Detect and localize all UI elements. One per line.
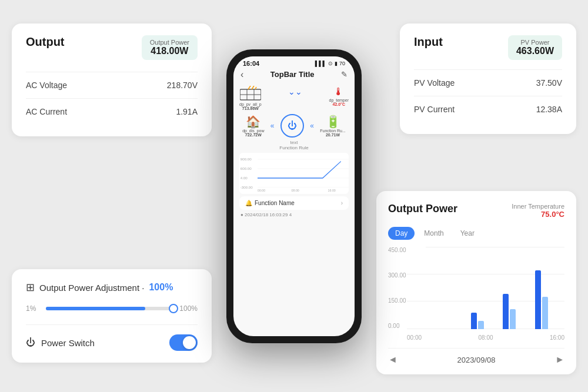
ac-current-value: 1.91A — [176, 107, 198, 116]
bar-light-4 — [510, 309, 516, 329]
ac-current-label: AC Current — [26, 107, 67, 116]
power-button[interactable]: ⏻ — [280, 114, 304, 138]
edit-button[interactable]: ✎ — [341, 70, 348, 79]
power-switch-toggle[interactable] — [169, 334, 198, 351]
power-switch-label: Power Switch — [41, 338, 95, 348]
home-widget: 🏠 dp_dis_pow 722.72W — [242, 115, 264, 137]
temp-info: Inner Temperature 75.0°C — [512, 203, 564, 219]
svg-text:-300.00: -300.00 — [240, 185, 253, 189]
svg-text:08:00: 08:00 — [292, 189, 299, 192]
chart-card: Output Power Inner Temperature 75.0°C Da… — [376, 191, 576, 374]
pv-current-value: 12.38A — [536, 105, 562, 114]
output-power-value: 418.00W — [150, 46, 189, 56]
solar-label: dp_pv_all_p — [239, 102, 262, 106]
solar-panel-widget: dp_pv_all_p 713.86W — [239, 86, 262, 110]
solar-value: 713.86W — [242, 106, 259, 110]
down-arrows: ⌄⌄ — [288, 87, 302, 96]
tab-day[interactable]: Day — [388, 227, 415, 240]
chart-title: Output Power — [388, 203, 457, 215]
x-label-3: 16:00 — [550, 334, 564, 341]
phone-screen: 16:04 ▌▌▌ ⊙ ▮ 70 ‹ TopBar Title ✎ — [233, 56, 355, 336]
chart-tabs: Day Month Year — [388, 227, 564, 240]
battery-widget: 🔋 Function Ru... 20.71W — [320, 115, 346, 137]
svg-text:4.00: 4.00 — [240, 175, 248, 179]
output-card: Output Output Power 418.00W AC Voltage 2… — [12, 24, 212, 136]
temp-label: Inner Temperature — [512, 203, 564, 210]
function-name-label: 🔔 Function Name — [245, 200, 295, 206]
slider-thumb[interactable] — [169, 304, 178, 313]
chart-area: 450.00 300.00 150.00 0.00 — [388, 247, 564, 341]
phone-chart: 900.00 600.00 4.00 -300.00 00:00 08:00 1… — [239, 153, 349, 194]
bar-dark-3 — [471, 313, 477, 329]
phone-chart-svg: 900.00 600.00 4.00 -300.00 00:00 08:00 1… — [239, 153, 349, 194]
chart-y-labels: 450.00 300.00 150.00 0.00 — [388, 247, 406, 329]
ac-voltage-label: AC Voltage — [26, 81, 67, 90]
ac-voltage-value: 218.70V — [167, 81, 198, 90]
bar-dark-4 — [503, 294, 509, 329]
chart-header: Output Power Inner Temperature 75.0°C — [388, 203, 564, 219]
power-adj-card: ⊞ Output Power Adjustment · 100% 1% 100%… — [12, 269, 212, 363]
phone-content: dp_pv_all_p 713.86W ⌄⌄ 🌡 dp_temper 42.0°… — [233, 83, 355, 336]
output-power-badge: Output Power 418.00W — [142, 35, 198, 60]
toggle-knob — [183, 336, 196, 349]
power-switch-row: ⏻ Power Switch — [26, 324, 198, 351]
tab-month[interactable]: Month — [417, 227, 450, 240]
svg-text:16:00: 16:00 — [328, 189, 336, 192]
x-label-2: 08:00 — [478, 334, 493, 341]
dis-pow-label: dp_dis_pow — [242, 129, 264, 133]
x-label-1: 00:00 — [407, 334, 422, 341]
input-card: Input PV Power 463.60W PV Voltage 37.50V… — [400, 24, 576, 134]
battery-status-icon: ▮ — [335, 61, 338, 66]
bar-light-3 — [478, 321, 484, 329]
adj-percent: 100% — [149, 282, 173, 293]
slider-min-label: 1% — [26, 304, 40, 313]
temp-widget-value: 42.0°C — [333, 102, 345, 106]
pv-current-label: PV Current — [414, 105, 455, 114]
power-switch-left: ⏻ Power Switch — [26, 337, 95, 348]
output-card-header: Output Output Power 418.00W — [26, 35, 198, 60]
pv-power-badge: PV Power 463.60W — [508, 35, 562, 60]
svg-text:600.00: 600.00 — [240, 166, 252, 170]
temp-value: 75.0°C — [512, 210, 564, 219]
bar-group-4 — [503, 294, 532, 329]
func-rule-label: Function Ru... — [320, 129, 346, 133]
bar-dark-5 — [535, 270, 541, 329]
y-label-4: 450.00 — [388, 247, 406, 253]
phone-mockup: 16:04 ▌▌▌ ⊙ ▮ 70 ‹ TopBar Title ✎ — [226, 49, 362, 343]
phone-function-row[interactable]: 🔔 Function Name › — [239, 196, 349, 210]
func-chevron-icon: › — [341, 200, 343, 206]
pv-voltage-value: 37.50V — [536, 78, 562, 88]
chart-date: 2023/09/08 — [457, 356, 495, 364]
svg-text:900.00: 900.00 — [240, 156, 252, 160]
right-chevron-icon: « — [310, 122, 314, 130]
thermometer-icon: 🌡 — [333, 86, 344, 98]
pv-power-label: PV Power — [516, 39, 554, 46]
app-layout: Output Output Power 418.00W AC Voltage 2… — [0, 0, 588, 392]
y-label-2: 150.00 — [388, 297, 406, 304]
pv-current-row: PV Current 12.38A — [414, 96, 562, 122]
chart-x-labels: 00:00 08:00 16:00 — [407, 334, 564, 341]
tab-year[interactable]: Year — [453, 227, 482, 240]
temp-widget: 🌡 dp_temper 42.0°C — [329, 86, 349, 106]
pv-voltage-label: PV Voltage — [414, 78, 455, 88]
back-button[interactable]: ‹ — [240, 69, 243, 80]
input-title: Input — [414, 35, 443, 49]
temp-widget-label: dp_temper — [329, 98, 349, 102]
ac-current-row: AC Current 1.91A — [26, 98, 198, 125]
prev-date-button[interactable]: ◄ — [388, 354, 397, 365]
y-label-1: 0.00 — [388, 323, 406, 329]
output-title: Output — [26, 35, 65, 49]
bar-light-5 — [542, 297, 548, 329]
wifi-icon: ⊙ — [328, 61, 333, 66]
solar-panel-icon — [240, 86, 261, 102]
chart-bars — [407, 247, 564, 329]
bar-group-3 — [471, 313, 500, 329]
slider-fill — [46, 307, 145, 310]
left-chevron-icon: « — [270, 122, 275, 130]
status-time: 16:04 — [243, 60, 259, 67]
alert-icon: 🔔 — [245, 200, 252, 206]
slider-track[interactable] — [46, 307, 173, 310]
next-date-button[interactable]: ► — [555, 354, 564, 365]
center-text: textFunction Rule — [239, 140, 349, 150]
battery-icon: 🔋 — [326, 115, 340, 129]
